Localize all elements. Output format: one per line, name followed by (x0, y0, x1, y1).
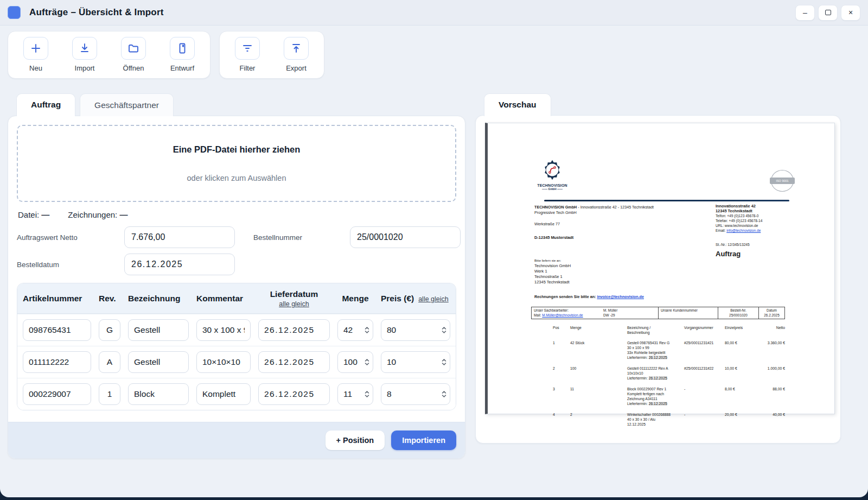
kommentar-field[interactable] (196, 319, 251, 341)
pdf-st-nr: St.-Nr.: 12/345/13245 (716, 242, 750, 247)
bezeichnung-field[interactable] (128, 383, 189, 405)
preis-alle-gleich-link[interactable]: alle gleich (418, 295, 449, 303)
auftragswert-field[interactable] (124, 226, 235, 248)
dropzone-subtitle: oder klicken zum Auswählen (18, 174, 455, 182)
preview-panel-body: TECHNOVISION GmbH ISO 9001 TECHNOVISION … (475, 115, 841, 444)
menge-stepper[interactable] (365, 327, 369, 334)
position-row (17, 378, 456, 410)
plus-icon (23, 37, 48, 60)
download-icon (72, 37, 97, 60)
add-position-button[interactable]: + Position (326, 431, 385, 450)
menge-stepper[interactable] (365, 391, 369, 398)
tab-auftrag[interactable]: Auftrag (16, 93, 75, 116)
artikelnummer-field[interactable] (23, 351, 91, 373)
maximize-button[interactable] (818, 5, 838, 21)
window-controls: – × (795, 5, 860, 21)
bestelldatum-field[interactable] (124, 254, 235, 275)
pdf-item-row: 2 100 Gestell 011112222 Rev A 10x10x10 L… (553, 366, 785, 381)
pdf-doc-columns: Pos Menge Bezeichnung /Beschreibung Vorg… (553, 325, 785, 335)
positions-table-header: Artikelnummer Rev. Bezeichnung Kommentar… (17, 283, 456, 314)
window-title: Aufträge – Übersicht & Import (29, 7, 164, 18)
preview-panel: Vorschau TECHNOVISION GmbH (475, 93, 841, 444)
menge-stepper[interactable] (365, 359, 369, 366)
tab-geschaeftspartner[interactable]: Geschäftspartner (80, 93, 174, 116)
rev-field[interactable] (99, 319, 120, 341)
preview-panel-tabs: Vorschau (475, 93, 841, 116)
lieferdatum-field[interactable] (258, 319, 330, 341)
pdf-deliver-block: Bitte liefern sie an: Technovision GmbH … (534, 258, 571, 285)
toolbar-group-file: Neu Import Öffnen Entwurf (8, 31, 210, 79)
order-panel-footer: + Position Importieren (8, 422, 465, 458)
oeffnen-button[interactable]: Öffnen (119, 37, 148, 72)
preis-stepper[interactable] (442, 359, 446, 366)
col-menge: Menge (337, 294, 373, 303)
auftragswert-label: Auftragswert Netto (17, 233, 124, 242)
artikelnummer-field[interactable] (23, 319, 91, 341)
pdf-preview-page: TECHNOVISION GmbH ISO 9001 TECHNOVISION … (485, 123, 835, 414)
close-button[interactable]: × (841, 5, 860, 21)
rev-field[interactable] (99, 383, 120, 405)
col-preis: Preis (€) (381, 294, 414, 303)
col-bezeichnung: Bezeichnung (128, 294, 189, 303)
col-artikelnummer: Artikelnummer (23, 294, 91, 303)
pdf-header-rule (544, 200, 789, 201)
pdf-item-row: 1 42 Stück Gestell 098765431 Rev G 30 x … (553, 340, 785, 360)
pdf-sachbearbeiter-mail-link: M.Müller@technovision.de (542, 313, 583, 317)
preis-field[interactable] (381, 383, 450, 405)
folder-icon (121, 37, 146, 60)
col-rev: Rev. (99, 294, 120, 303)
filter-button[interactable]: Filter (233, 37, 262, 72)
pdf-sender-block: TECHNOVISION GmbH - Innovationsstraße 42… (534, 205, 654, 216)
minimize-button[interactable]: – (795, 5, 815, 21)
order-panel: Auftrag Geschäftspartner Eine PDF-Datei … (8, 93, 465, 459)
pdf-doc-items: 1 42 Stück Gestell 098765431 Rev G 30 x … (553, 340, 785, 433)
preis-stepper[interactable] (442, 327, 446, 334)
dropzone-title: Eine PDF-Datei hierher ziehen (18, 126, 455, 155)
datei-value: — (41, 210, 49, 219)
datei-label: Datei: (18, 210, 39, 219)
rev-field[interactable] (99, 351, 120, 373)
col-kommentar: Kommentar (196, 294, 251, 303)
importieren-button[interactable]: Importieren (391, 431, 456, 450)
position-row (17, 314, 456, 346)
kommentar-field[interactable] (196, 351, 251, 373)
title-bar: Aufträge – Übersicht & Import – × (0, 0, 868, 26)
draft-icon (170, 37, 195, 60)
export-button[interactable]: Export (282, 37, 311, 72)
lieferdatum-alle-gleich-link[interactable]: alle gleich (279, 300, 309, 308)
pdf-sender-city: D-12345 Musterstadt (534, 235, 573, 240)
neu-button[interactable]: Neu (21, 37, 50, 72)
bezeichnung-field[interactable] (128, 319, 189, 341)
pdf-invoice-note: Rechnungen senden Sie bitte an: invoice@… (534, 294, 644, 299)
col-lieferdatum: Lieferdatum (270, 289, 318, 299)
preis-field[interactable] (381, 319, 450, 341)
positions-table: Artikelnummer Rev. Bezeichnung Kommentar… (17, 283, 456, 410)
kommentar-field[interactable] (196, 383, 251, 405)
maximize-icon (825, 10, 831, 15)
iso-9001-badge: ISO 9001 (771, 170, 794, 192)
minimize-icon: – (803, 8, 807, 17)
artikelnummer-field[interactable] (23, 383, 91, 405)
preis-stepper[interactable] (442, 391, 446, 398)
zeichnungen-value: — (119, 210, 127, 219)
bestellnummer-field[interactable] (350, 226, 461, 248)
preis-field[interactable] (381, 351, 450, 373)
app-logo-icon (8, 6, 21, 19)
lieferdatum-field[interactable] (258, 383, 330, 405)
gear-logo-icon (540, 158, 564, 182)
toolbar-group-data: Filter Export (219, 31, 324, 79)
entwurf-button[interactable]: Entwurf (168, 37, 197, 72)
pdf-doc-title: Auftrag (716, 250, 741, 258)
app-window: Aufträge – Übersicht & Import – × Neu Im… (0, 0, 868, 497)
tab-vorschau[interactable]: Vorschau (484, 93, 551, 116)
pdf-contact-block: Innovationsstraße 42 12345 Technikstadt … (716, 204, 762, 233)
pdf-item-row: 3 11 Block 000229007 Rev 1 Komplett fert… (553, 387, 785, 406)
bestellnummer-label: Bestellnummer (235, 233, 350, 242)
pdf-info-table: Unser Sachbearbeiter: Mail: M.Müller@tec… (531, 307, 785, 319)
bezeichnung-field[interactable] (128, 351, 189, 373)
lieferdatum-field[interactable] (258, 351, 330, 373)
pdf-dropzone[interactable]: Eine PDF-Datei hierher ziehen oder klick… (17, 125, 456, 202)
order-form: Auftragswert Netto Bestellnummer Bestell… (17, 226, 456, 275)
import-button[interactable]: Import (70, 37, 99, 72)
pdf-company-logo: TECHNOVISION GmbH (533, 158, 571, 191)
